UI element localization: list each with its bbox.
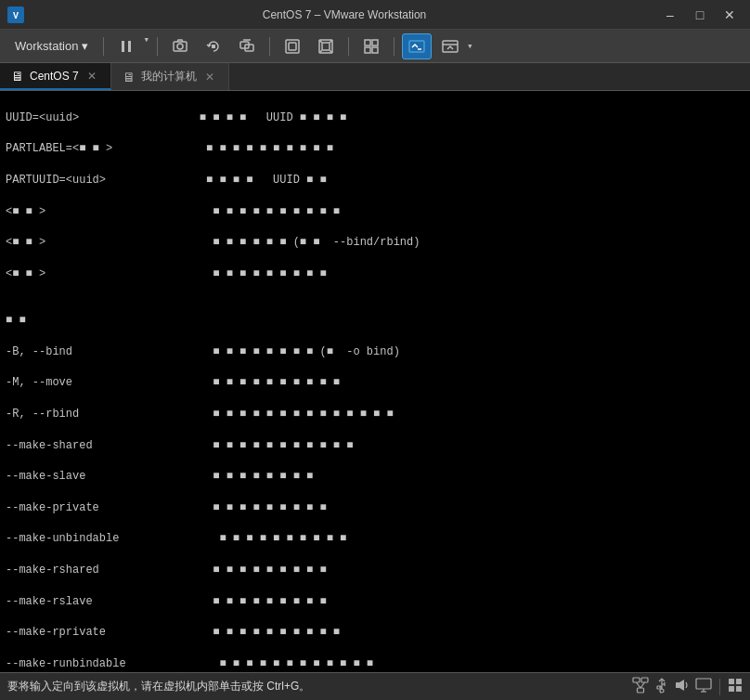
- revert-snapshot-button[interactable]: [199, 33, 228, 59]
- send-ctrlaltdel-button[interactable]: [402, 33, 432, 59]
- workstation-menu[interactable]: Workstation ▾: [7, 35, 96, 57]
- pause-button[interactable]: [111, 33, 141, 59]
- tab-mypc[interactable]: 🖥 我的计算机 ✕: [111, 63, 229, 90]
- terminal-line: <■ ■ > ■ ■ ■ ■ ■ ■ (■ ■ --bind/rbind): [6, 235, 744, 251]
- title-bar: V CentOS 7 – VMware Workstation – □ ✕: [0, 0, 750, 30]
- fullscreen-view-button[interactable]: [435, 33, 465, 59]
- mypc-tab-icon: 🖥: [123, 70, 136, 84]
- tab-centos7[interactable]: 🖥 CentOS 7 ✕: [0, 63, 111, 90]
- svg-rect-36: [676, 682, 679, 688]
- close-button[interactable]: ✕: [717, 5, 743, 25]
- toolbar-separator: [103, 37, 104, 56]
- snapshot-button[interactable]: [165, 33, 195, 59]
- svg-line-29: [640, 682, 645, 688]
- window-title: CentOS 7 – VMware Workstation: [32, 8, 657, 21]
- fullscreen-button[interactable]: [311, 33, 341, 59]
- display-icon[interactable]: [695, 678, 712, 696]
- terminal-line: UUID=<uuid> ■ ■ ■ ■ UUID ■ ■ ■ ■: [6, 110, 744, 126]
- network-icon[interactable]: [632, 677, 649, 697]
- svg-rect-25: [633, 678, 640, 682]
- terminal-line: --make-shared ■ ■ ■ ■ ■ ■ ■ ■ ■ ■ ■: [6, 438, 744, 454]
- centos7-tab-icon: 🖥: [11, 69, 24, 84]
- vm-options-icon[interactable]: [728, 678, 743, 696]
- status-separator: [719, 679, 720, 695]
- menu-bar: Workstation ▾ ▾: [0, 30, 750, 63]
- terminal-line: ■ ■: [6, 313, 744, 329]
- svg-rect-43: [736, 686, 742, 692]
- audio-icon[interactable]: [675, 678, 690, 696]
- playback-controls: ▾: [111, 33, 149, 59]
- svg-point-35: [660, 689, 664, 693]
- svg-rect-20: [372, 47, 378, 53]
- window-controls: – □ ✕: [657, 5, 743, 25]
- svg-rect-18: [372, 40, 378, 45]
- centos7-tab-label: CentOS 7: [30, 70, 79, 83]
- svg-text:V: V: [13, 11, 19, 21]
- view-dropdown-icon[interactable]: ▾: [467, 40, 473, 52]
- mypc-tab-close[interactable]: ✕: [202, 70, 217, 84]
- svg-rect-27: [638, 688, 644, 693]
- terminal-line: <■ ■ > ■ ■ ■ ■ ■ ■ ■ ■ ■ ■: [6, 204, 744, 220]
- mypc-tab-label: 我的计算机: [141, 69, 197, 84]
- terminal-line: <■ ■ > ■ ■ ■ ■ ■ ■ ■ ■ ■: [6, 266, 744, 282]
- fit-guest-button[interactable]: [278, 33, 307, 59]
- toolbar-separator-5: [394, 37, 394, 56]
- svg-line-28: [637, 682, 641, 688]
- status-message: 要将输入定向到该虚拟机，请在虚拟机内部单击或按 Ctrl+G。: [7, 679, 625, 694]
- terminal-line: --make-unbindable ■ ■ ■ ■ ■ ■ ■ ■ ■ ■: [6, 531, 744, 547]
- svg-rect-42: [729, 686, 734, 692]
- centos7-tab-close[interactable]: ✕: [84, 69, 99, 84]
- minimize-button[interactable]: –: [657, 5, 683, 25]
- snapshot-manager-button[interactable]: [232, 33, 262, 59]
- svg-rect-2: [122, 41, 124, 52]
- terminal-line: PARTLABEL=<■ ■ > ■ ■ ■ ■ ■ ■ ■ ■ ■ ■: [6, 141, 744, 157]
- toolbar-separator-3: [269, 37, 270, 56]
- pause-dropdown[interactable]: ▾: [143, 33, 149, 59]
- svg-rect-26: [641, 678, 648, 682]
- svg-rect-6: [212, 45, 215, 48]
- terminal-line: PARTUUID=<uuid> ■ ■ ■ ■ UUID ■ ■: [6, 173, 744, 188]
- svg-rect-37: [696, 679, 711, 689]
- status-icons: [632, 677, 743, 697]
- svg-rect-3: [128, 41, 131, 52]
- terminal-window[interactable]: UUID=<uuid> ■ ■ ■ ■ UUID ■ ■ ■ ■ PARTLAB…: [0, 91, 750, 672]
- toolbar-separator-4: [348, 37, 349, 56]
- terminal-line: --make-slave ■ ■ ■ ■ ■ ■ ■ ■: [6, 469, 744, 485]
- terminal-line: --make-runbindable ■ ■ ■ ■ ■ ■ ■ ■ ■ ■ ■…: [6, 656, 744, 672]
- svg-rect-10: [289, 43, 296, 50]
- unity-button[interactable]: [356, 33, 386, 59]
- vmware-icon: V: [7, 6, 24, 23]
- status-bar: 要将输入定向到该虚拟机，请在虚拟机内部单击或按 Ctrl+G。: [0, 672, 750, 700]
- svg-rect-12: [322, 43, 330, 50]
- terminal-line: --make-rprivate ■ ■ ■ ■ ■ ■ ■ ■ ■ ■: [6, 625, 744, 641]
- dropdown-arrow-icon: ▾: [82, 39, 88, 53]
- terminal-line: -M, --move ■ ■ ■ ■ ■ ■ ■ ■ ■ ■: [6, 375, 744, 391]
- tab-bar: 🖥 CentOS 7 ✕ 🖥 我的计算机 ✕: [0, 63, 750, 91]
- workstation-label: Workstation: [15, 39, 78, 53]
- toolbar-separator-2: [157, 37, 158, 56]
- terminal-line: --make-private ■ ■ ■ ■ ■ ■ ■ ■ ■: [6, 500, 744, 516]
- terminal-line: --make-rshared ■ ■ ■ ■ ■ ■ ■ ■ ■: [6, 563, 744, 578]
- svg-rect-41: [736, 679, 742, 684]
- terminal-line: --make-rslave ■ ■ ■ ■ ■ ■ ■ ■ ■: [6, 594, 744, 610]
- svg-rect-19: [365, 47, 370, 53]
- terminal-line: -R, --rbind ■ ■ ■ ■ ■ ■ ■ ■ ■ ■ ■ ■ ■ ■: [6, 407, 744, 422]
- terminal-line: -B, --bind ■ ■ ■ ■ ■ ■ ■ ■ (■ -o bind): [6, 344, 744, 360]
- maximize-button[interactable]: □: [687, 5, 713, 25]
- usb-icon[interactable]: [654, 677, 669, 697]
- svg-rect-17: [365, 40, 370, 45]
- svg-rect-40: [729, 679, 734, 684]
- svg-point-5: [177, 44, 183, 49]
- svg-rect-9: [286, 40, 299, 53]
